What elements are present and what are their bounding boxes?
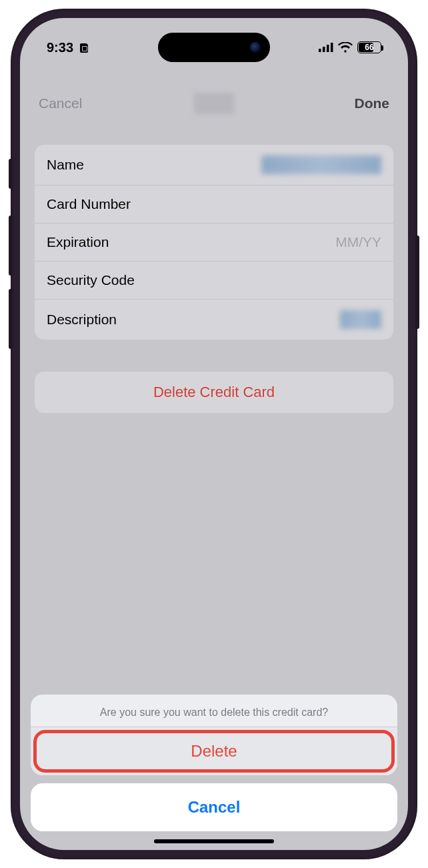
volume-up-button	[9, 215, 13, 276]
name-label: Name	[47, 157, 84, 173]
status-time: 9:33	[47, 40, 88, 55]
card-number-label: Card Number	[47, 196, 131, 212]
name-value-redacted	[261, 155, 381, 174]
battery-icon: 66	[357, 41, 381, 53]
action-sheet-group: Are you sure you want to delete this cre…	[31, 695, 397, 775]
battery-percentage: 66	[365, 43, 373, 52]
sim-icon	[80, 43, 88, 53]
side-button	[9, 159, 13, 189]
action-sheet-title: Are you sure you want to delete this cre…	[31, 695, 397, 727]
svg-rect-0	[319, 49, 321, 52]
front-camera-icon	[250, 42, 261, 53]
description-label: Description	[47, 312, 117, 328]
expiration-label: Expiration	[47, 234, 109, 250]
screen: 9:33 66 Cancel Done	[20, 18, 408, 850]
description-value-redacted	[340, 310, 381, 329]
svg-rect-2	[327, 45, 329, 52]
phone-frame: 9:33 66 Cancel Done	[11, 9, 417, 859]
security-code-label: Security Code	[47, 272, 135, 288]
nav-title-redacted	[194, 93, 234, 114]
cellular-signal-icon	[319, 43, 333, 52]
cancel-button[interactable]: Cancel	[39, 95, 82, 111]
expiration-placeholder: MM/YY	[335, 234, 381, 250]
confirm-delete-label: Delete	[191, 742, 237, 760]
volume-down-button	[9, 289, 13, 349]
time-label: 9:33	[47, 40, 73, 55]
name-row[interactable]: Name	[35, 145, 393, 185]
svg-rect-3	[331, 43, 333, 52]
delete-credit-card-button[interactable]: Delete Credit Card	[35, 372, 393, 413]
confirm-delete-button[interactable]: Delete	[31, 727, 397, 775]
action-sheet: Are you sure you want to delete this cre…	[31, 695, 397, 831]
dynamic-island	[158, 33, 270, 62]
security-code-row[interactable]: Security Code	[35, 262, 393, 300]
action-sheet-cancel-button[interactable]: Cancel	[31, 783, 397, 831]
power-button	[415, 236, 419, 329]
status-right: 66	[319, 41, 381, 53]
done-button[interactable]: Done	[355, 95, 390, 111]
wifi-icon	[338, 42, 353, 53]
navigation-bar: Cancel Done	[20, 85, 408, 122]
card-number-row[interactable]: Card Number	[35, 185, 393, 224]
svg-rect-1	[323, 47, 325, 52]
home-indicator[interactable]	[154, 839, 274, 843]
expiration-row[interactable]: Expiration MM/YY	[35, 224, 393, 262]
description-row[interactable]: Description	[35, 300, 393, 340]
credit-card-form: Name Card Number Expiration MM/YY Securi…	[35, 145, 393, 340]
